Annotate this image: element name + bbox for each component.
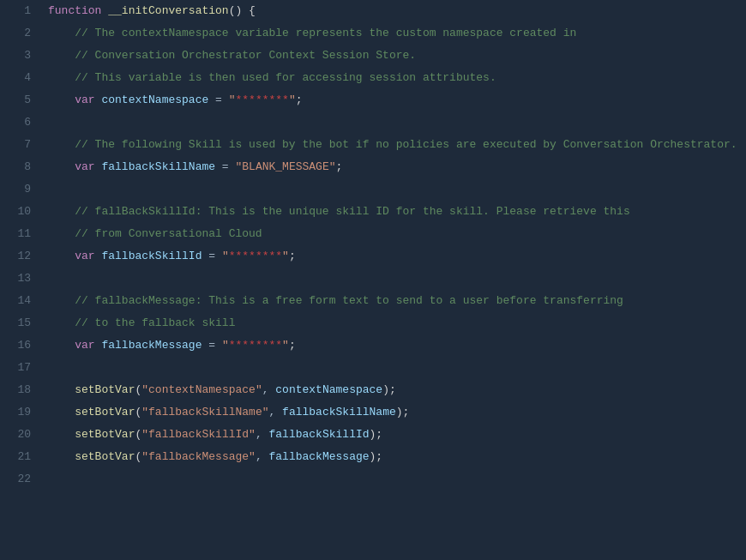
line-number-6: 6 (0, 111, 41, 134)
code-line-4: // This variable is then used for access… (48, 67, 746, 89)
line-number-16: 16 (0, 334, 41, 357)
line-number-14: 14 (0, 290, 41, 312)
code-line-7: // The following Skill is used by the bo… (48, 134, 746, 156)
line-number-15: 15 (0, 312, 41, 334)
code-line-17 (48, 357, 746, 379)
line-number-8: 8 (0, 156, 41, 178)
line-number-2: 2 (0, 22, 41, 45)
code-line-1: function __initConversation() { (48, 0, 746, 22)
line-number-17: 17 (0, 357, 41, 379)
code-line-13 (48, 268, 746, 290)
line-number-3: 3 (0, 45, 41, 67)
code-line-6 (48, 111, 746, 134)
code-line-12: var fallbackSkillId = "********"; (48, 245, 746, 268)
code-line-22 (48, 468, 746, 491)
line-number-9: 9 (0, 178, 41, 201)
code-line-18: setBotVar("contextNamespace", contextNam… (48, 379, 746, 401)
code-editor: 12345678910111213141516171819202122 func… (0, 0, 746, 560)
line-number-21: 21 (0, 446, 41, 468)
code-line-10: // fallBackSkillId: This is the unique s… (48, 201, 746, 223)
line-number-4: 4 (0, 67, 41, 89)
code-line-11: // from Conversational Cloud (48, 223, 746, 245)
line-number-22: 22 (0, 468, 41, 491)
code-line-16: var fallbackMessage = "********"; (48, 334, 746, 357)
code-line-15: // to the fallback skill (48, 312, 746, 334)
code-line-14: // fallbackMessage: This is a free form … (48, 290, 746, 312)
line-number-11: 11 (0, 223, 41, 245)
line-number-18: 18 (0, 379, 41, 401)
line-number-5: 5 (0, 89, 41, 111)
code-line-2: // The contextNamespace variable represe… (48, 22, 746, 45)
code-line-20: setBotVar("fallbackSkillId", fallbackSki… (48, 424, 746, 446)
line-number-13: 13 (0, 268, 41, 290)
code-line-5: var contextNamespace = "********"; (48, 89, 746, 111)
line-numbers: 12345678910111213141516171819202122 (0, 0, 41, 560)
code-line-21: setBotVar("fallbackMessage", fallbackMes… (48, 446, 746, 468)
line-number-1: 1 (0, 0, 41, 22)
line-number-12: 12 (0, 245, 41, 268)
line-number-20: 20 (0, 424, 41, 446)
code-line-3: // Conversation Orchestrator Context Ses… (48, 45, 746, 67)
line-number-7: 7 (0, 134, 41, 156)
line-number-10: 10 (0, 201, 41, 223)
line-number-19: 19 (0, 401, 41, 424)
code-line-8: var fallbackSkillName = "BLANK_MESSAGE"; (48, 156, 746, 178)
code-content[interactable]: function __initConversation() { // The c… (41, 0, 746, 560)
code-line-19: setBotVar("fallbackSkillName", fallbackS… (48, 401, 746, 424)
code-line-9 (48, 178, 746, 201)
